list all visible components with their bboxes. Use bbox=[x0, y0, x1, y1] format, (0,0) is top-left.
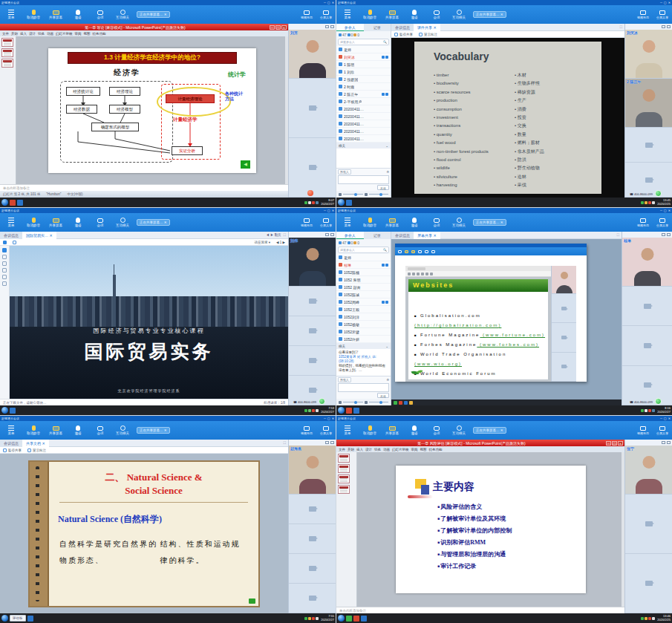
tab-meeting-info[interactable]: 会议信息 bbox=[391, 232, 414, 239]
grid-view-icon[interactable] bbox=[662, 25, 665, 28]
minimize-button[interactable]: ─ bbox=[660, 1, 662, 4]
maximize-button[interactable]: ▢ bbox=[327, 209, 330, 212]
tray-icon[interactable] bbox=[645, 409, 647, 412]
pdf-tool-icon[interactable] bbox=[425, 273, 428, 275]
taskbar-app-icon[interactable] bbox=[404, 401, 408, 405]
ppt-thumbnail-pane[interactable] bbox=[0, 36, 16, 184]
webcam-tile[interactable]: 桂琳 bbox=[622, 238, 672, 287]
ppt-notes-placeholder[interactable]: 单击此处添加备注 bbox=[0, 184, 288, 191]
tab-meeting-info[interactable]: 会议信息 bbox=[0, 232, 22, 239]
mic-slider[interactable] bbox=[369, 402, 389, 402]
video-tile-empty[interactable] bbox=[289, 138, 336, 198]
start-button[interactable] bbox=[1, 615, 8, 622]
taskbar-app-icon[interactable] bbox=[399, 401, 402, 405]
pen-icon[interactable] bbox=[2, 248, 7, 252]
webcam-tile[interactable]: 刘芳 bbox=[289, 30, 336, 79]
menu-button[interactable]: 菜单 bbox=[336, 425, 359, 435]
ppt-close-button[interactable]: ✕ bbox=[281, 25, 287, 30]
video-tile-empty[interactable] bbox=[289, 287, 336, 316]
toolbar-button[interactable]: 共享屏幕 bbox=[381, 218, 403, 227]
toolbar-button[interactable]: 互动聊天 bbox=[448, 425, 470, 435]
show-annotations-button[interactable]: 显示批注 bbox=[27, 449, 46, 452]
pdf-tool-icon[interactable] bbox=[412, 273, 415, 275]
taskbar-app-icon[interactable] bbox=[346, 616, 352, 622]
start-button[interactable] bbox=[1, 407, 8, 414]
tray-icon[interactable] bbox=[316, 409, 319, 412]
close-button[interactable]: ✕ bbox=[332, 417, 334, 420]
participant-row[interactable]: 1052 赵蕾 bbox=[336, 284, 391, 291]
toolbar-button[interactable]: 取消静音 bbox=[22, 218, 45, 227]
chat-target-select[interactable]: 所有人 bbox=[338, 169, 351, 174]
layout-button[interactable]: 视频布局 bbox=[297, 426, 316, 435]
video-tile-empty[interactable] bbox=[552, 294, 576, 323]
video-tile-empty[interactable] bbox=[552, 323, 576, 352]
toolbar-button[interactable]: 邀请 bbox=[67, 10, 89, 19]
tray-icon[interactable] bbox=[312, 617, 315, 620]
participant-row[interactable]: 20200411… bbox=[336, 105, 391, 113]
tray-icon[interactable] bbox=[648, 617, 651, 620]
tab-shared-doc[interactable]: 共享文档 ✕ bbox=[22, 440, 49, 447]
toolbar-button[interactable]: 邀请 bbox=[67, 218, 89, 227]
ppt-ribbon-tab[interactable]: 切换 bbox=[38, 32, 45, 36]
video-tile-empty[interactable] bbox=[625, 495, 672, 554]
video-tile-empty[interactable] bbox=[289, 79, 336, 138]
mic-icon[interactable] bbox=[405, 250, 408, 253]
webcam-tile[interactable] bbox=[552, 266, 576, 294]
chat-collapse-icon[interactable]: ⌄ bbox=[385, 144, 388, 148]
tray-icon[interactable] bbox=[308, 409, 311, 412]
sharing-notification-bubble[interactable]: 正在共享屏幕… ✕ bbox=[473, 427, 506, 434]
participant-row[interactable]: 刘笑冰 bbox=[336, 53, 391, 61]
layout-button[interactable]: 视频布局 bbox=[633, 426, 653, 435]
grid-view-icon[interactable] bbox=[325, 441, 329, 444]
tray-icon[interactable] bbox=[652, 617, 655, 620]
slide-back-button[interactable]: ◀ bbox=[241, 160, 250, 169]
grid-view-icon[interactable] bbox=[325, 25, 329, 28]
expand-icon[interactable] bbox=[667, 25, 671, 28]
pen-tool-button[interactable] bbox=[3, 241, 7, 244]
taskbar-app-icon[interactable] bbox=[10, 200, 16, 206]
toolbar-button[interactable]: 互动聊天 bbox=[448, 10, 470, 19]
toolbar-button[interactable]: 取消静音 bbox=[359, 218, 381, 227]
participant-row[interactable]: 20200411… bbox=[336, 120, 391, 128]
assist-floating-button[interactable] bbox=[319, 398, 325, 405]
text-icon[interactable] bbox=[2, 268, 7, 273]
participant-row[interactable]: 2 陈正午 bbox=[336, 91, 391, 98]
layout-button[interactable]: 全屏共享 bbox=[653, 10, 672, 19]
video-tile-empty[interactable] bbox=[289, 524, 336, 554]
ppt-ribbon-tab[interactable]: 切换 bbox=[374, 448, 381, 451]
tray-icon[interactable] bbox=[312, 201, 315, 204]
speaker-icon[interactable] bbox=[339, 193, 342, 196]
speaker-icon[interactable] bbox=[339, 401, 342, 404]
ppt-ribbon-tab[interactable]: 文件 bbox=[2, 32, 9, 36]
toolbar-button[interactable]: 共享屏幕 bbox=[45, 10, 67, 19]
toolbar-button[interactable]: 邀请 bbox=[403, 218, 425, 227]
ppt-ribbon-tab[interactable]: 视图 bbox=[84, 32, 91, 36]
video-tile-empty[interactable] bbox=[289, 346, 336, 376]
webcam-tile[interactable]: 刘伟 bbox=[289, 238, 336, 287]
toolbar-button[interactable]: 会话 bbox=[425, 10, 448, 19]
ppt-ribbon-tab[interactable]: 动画 bbox=[47, 32, 53, 36]
taskbar-app-icon[interactable] bbox=[409, 401, 413, 405]
toolbar-button[interactable]: 会话 bbox=[89, 218, 111, 227]
speaker-slider[interactable] bbox=[343, 194, 363, 195]
chat-settings-icon[interactable]: ⚙ bbox=[386, 378, 389, 382]
video-tile-empty[interactable] bbox=[622, 366, 672, 405]
participant-row[interactable]: 老师 bbox=[336, 254, 391, 261]
participant-row[interactable]: 2 徐建国 bbox=[336, 76, 391, 83]
tab-participants[interactable]: 参会人 bbox=[336, 232, 364, 239]
expand-icon[interactable]: ⛶ bbox=[284, 441, 286, 445]
video-tile-empty[interactable] bbox=[622, 287, 672, 326]
pdf-tool-icon[interactable] bbox=[421, 273, 424, 275]
ppt-close-button[interactable]: ✕ bbox=[618, 441, 623, 446]
chat-input[interactable] bbox=[338, 383, 389, 392]
ppt-ribbon-tab[interactable]: 插入 bbox=[20, 32, 27, 36]
video-tile-empty[interactable] bbox=[289, 554, 336, 584]
taskbar-app-icon[interactable] bbox=[346, 200, 352, 206]
chat-collapse-icon[interactable]: ⌄ bbox=[385, 345, 388, 348]
participant-row[interactable]: 1052杨敏 bbox=[336, 321, 391, 328]
layout-button[interactable]: 视频布局 bbox=[633, 10, 653, 19]
video-tile-empty[interactable] bbox=[289, 495, 336, 524]
webcam-tile[interactable]: 张宁 bbox=[625, 446, 672, 495]
save-annotation-button[interactable] bbox=[13, 241, 16, 244]
scrollbar[interactable] bbox=[622, 452, 624, 607]
